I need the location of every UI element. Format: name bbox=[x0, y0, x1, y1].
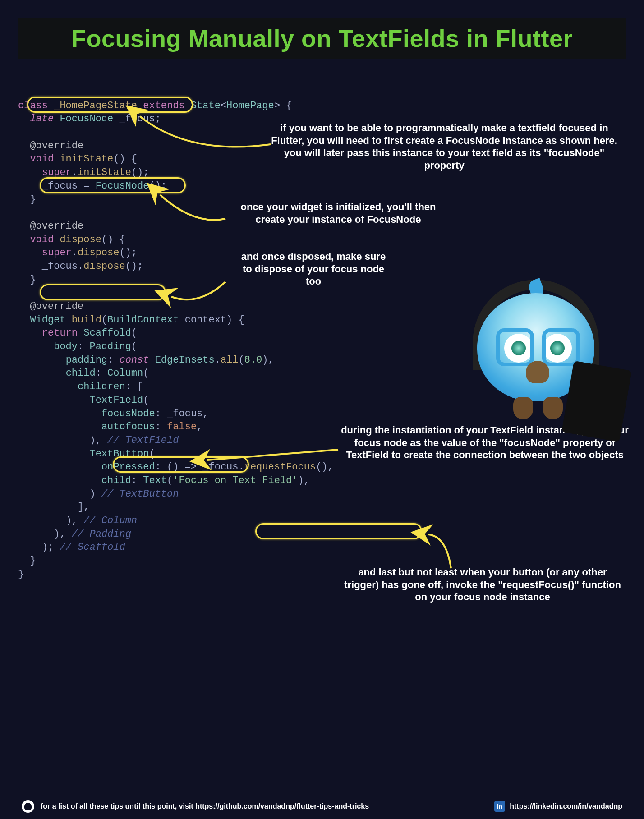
github-icon bbox=[22, 800, 34, 813]
footer-left-text: for a list of all these tips until this … bbox=[41, 802, 369, 810]
num-8: 8.0 bbox=[244, 354, 262, 366]
type-textfield: TextField bbox=[89, 395, 143, 406]
arg-onpressed: onPressed bbox=[101, 461, 155, 473]
title-bar: Focusing Manually on TextFields in Flutt… bbox=[18, 18, 626, 59]
type-textbutton: TextButton bbox=[89, 448, 149, 460]
footer-right-text: https://linkedin.com/in/vandadnp bbox=[510, 802, 622, 810]
type-state: State bbox=[191, 100, 221, 111]
type-buildcontext: BuildContext bbox=[107, 314, 179, 326]
arg-child-2: child bbox=[101, 475, 131, 486]
comment-textbutton: // TextButton bbox=[101, 488, 179, 500]
kw-void-1: void bbox=[30, 153, 54, 165]
type-focusnode: FocusNode bbox=[60, 113, 113, 124]
kw-extends: extends bbox=[143, 100, 184, 111]
param-context: context bbox=[185, 314, 226, 326]
override-1: @override bbox=[30, 140, 83, 152]
ref-focus-2: _focus bbox=[202, 461, 238, 473]
call-focus-dispose: dispose bbox=[83, 261, 125, 272]
type-text: Text bbox=[143, 475, 167, 486]
var-focus-assign: _focus bbox=[42, 180, 78, 192]
type-scaffold: Scaffold bbox=[83, 327, 131, 339]
arg-child-1: child bbox=[66, 368, 96, 379]
type-homepage: HomePage bbox=[226, 100, 274, 111]
kw-late: late bbox=[30, 113, 54, 124]
page-title: Focusing Manually on TextFields in Flutt… bbox=[27, 24, 617, 52]
ctor-focusnode: FocusNode bbox=[96, 180, 149, 192]
override-2: @override bbox=[30, 221, 83, 232]
comment-padding: // Padding bbox=[72, 529, 131, 540]
annotation-5: and last but not least when your button … bbox=[343, 566, 622, 603]
fn-initstate: initState bbox=[60, 153, 113, 165]
call-super-dispose: dispose bbox=[78, 247, 119, 258]
arg-autofocus: autofocus bbox=[101, 421, 155, 433]
override-3: @override bbox=[30, 301, 83, 312]
kw-class: class bbox=[18, 100, 48, 111]
type-edgeinsets: EdgeInsets bbox=[155, 354, 215, 366]
kw-super-2: super bbox=[42, 247, 72, 258]
comment-column: // Column bbox=[83, 515, 137, 526]
arg-focusnode: focusNode bbox=[101, 408, 155, 419]
annotation-3: and once disposed, make sure to dispose … bbox=[239, 250, 388, 288]
type-column: Column bbox=[107, 368, 143, 379]
arg-children: children bbox=[78, 381, 125, 392]
fn-requestfocus: requestFocus bbox=[244, 461, 316, 473]
kw-super-1: super bbox=[42, 167, 72, 178]
call-initstate: initState bbox=[78, 167, 131, 178]
linkedin-icon: in bbox=[494, 801, 505, 812]
fn-build: build bbox=[72, 314, 101, 326]
dash-mascot-icon bbox=[459, 253, 612, 424]
kw-const: const bbox=[119, 354, 149, 366]
class-name: _HomePageState bbox=[54, 100, 137, 111]
type-widget: Widget bbox=[30, 314, 65, 326]
literal-false: false bbox=[167, 421, 197, 433]
footer: for a list of all these tips until this … bbox=[0, 800, 644, 813]
fn-dispose: dispose bbox=[60, 234, 101, 245]
comment-scaffold: // Scaffold bbox=[60, 542, 125, 553]
type-padding: Padding bbox=[89, 341, 131, 352]
annotation-1: if you want to be able to programmatical… bbox=[271, 122, 618, 171]
kw-return: return bbox=[42, 327, 78, 339]
kw-void-2: void bbox=[30, 234, 54, 245]
var-focus-dispose: _focus bbox=[42, 261, 78, 272]
fn-all: all bbox=[221, 354, 239, 366]
ref-focus-1: _focus bbox=[167, 408, 202, 419]
string-focus-label: 'Focus on Text Field' bbox=[173, 475, 298, 486]
var-focus: _focus bbox=[119, 113, 155, 124]
annotation-2: once your widget is initialized, you'll … bbox=[225, 201, 451, 225]
comment-textfield: // TextField bbox=[107, 435, 179, 446]
arg-body: body bbox=[54, 341, 78, 352]
arg-padding: padding bbox=[66, 354, 107, 366]
